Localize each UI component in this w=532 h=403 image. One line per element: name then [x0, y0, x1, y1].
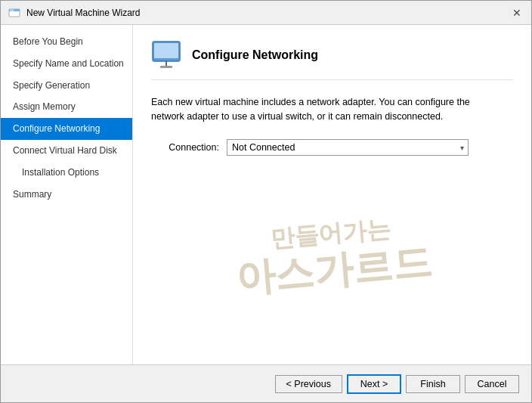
connection-label: Connection: [151, 142, 219, 153]
network-icon [151, 40, 181, 70]
title-bar-left: New Virtual Machine Wizard [8, 7, 141, 19]
window-title: New Virtual Machine Wizard [26, 8, 141, 18]
watermark-line2: 아스가르드 [234, 240, 433, 302]
sidebar-item-installation-options[interactable]: Installation Options [1, 162, 132, 184]
sidebar-item-summary[interactable]: Summary [1, 184, 132, 206]
connection-select[interactable]: Not Connected [227, 139, 469, 156]
watermark: 만들어가는 아스가르드 [231, 212, 433, 302]
close-button[interactable]: ✕ [510, 6, 524, 20]
connection-select-wrapper: Not Connected [227, 139, 469, 156]
svg-point-2 [11, 9, 12, 11]
watermark-line1: 만들어가는 [231, 212, 429, 256]
page-title: Configure Networking [192, 48, 318, 62]
sidebar-item-configure-networking[interactable]: Configure Networking [1, 118, 132, 140]
next-button[interactable]: Next > [347, 374, 401, 394]
watermark-area: 만들어가는 아스가르드 [151, 165, 513, 350]
window-icon [8, 7, 20, 19]
page-description: Each new virtual machine includes a netw… [151, 95, 499, 124]
main-content: Configure Networking Each new virtual ma… [133, 25, 531, 364]
title-bar: New Virtual Machine Wizard ✕ [1, 1, 531, 25]
footer: < Previous Next > Finish Cancel [1, 364, 531, 402]
page-header: Configure Networking [151, 40, 513, 80]
main-window: New Virtual Machine Wizard ✕ Before You … [0, 0, 532, 403]
cancel-button[interactable]: Cancel [465, 375, 519, 393]
svg-rect-7 [160, 66, 172, 68]
sidebar: Before You BeginSpecify Name and Locatio… [1, 25, 133, 364]
svg-rect-5 [154, 43, 178, 58]
sidebar-item-connect-virtual-hard-disk[interactable]: Connect Virtual Hard Disk [1, 140, 132, 162]
sidebar-item-specify-generation[interactable]: Specify Generation [1, 75, 132, 97]
sidebar-item-assign-memory[interactable]: Assign Memory [1, 96, 132, 118]
sidebar-item-before-you-begin[interactable]: Before You Begin [1, 31, 132, 53]
finish-button[interactable]: Finish [406, 375, 460, 393]
connection-row: Connection: Not Connected [151, 139, 513, 156]
sidebar-item-specify-name-location[interactable]: Specify Name and Location [1, 53, 132, 75]
window-body: Before You BeginSpecify Name and Locatio… [1, 25, 531, 364]
previous-button[interactable]: < Previous [275, 375, 342, 393]
svg-point-3 [12, 9, 14, 11]
